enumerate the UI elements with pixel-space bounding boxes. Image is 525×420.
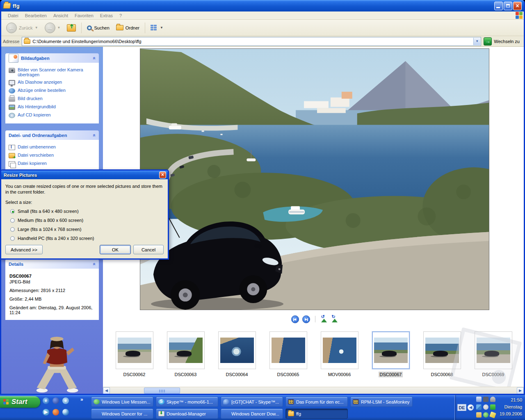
advanced-button[interactable]: Advanced >>	[5, 245, 43, 254]
tray-clock[interactable]: 21:50 Dienstag 19.09.2006	[500, 397, 522, 418]
controls-separator	[315, 316, 315, 322]
details-filetype: JPEG-Bild	[9, 279, 96, 284]
opera-icon[interactable]	[52, 409, 59, 415]
task-order-prints[interactable]: Abzüge online bestellen	[8, 87, 96, 95]
scroll-right-button[interactable]: ▶	[517, 387, 524, 394]
menu-extras[interactable]: Extras	[97, 12, 116, 19]
menu-bearbeiten[interactable]: Bearbeiten	[22, 12, 50, 19]
language-indicator[interactable]: DE	[457, 404, 466, 411]
radio-large[interactable]: Large (fits a 1024 x 768 screen)	[10, 227, 164, 232]
scroll-left-button[interactable]: ◀	[103, 387, 110, 394]
cancel-button[interactable]: Cancel	[133, 245, 164, 254]
thumbnail-dsc00063[interactable]: DSC00063	[160, 331, 211, 385]
rotate-counterclockwise-button[interactable]: ↺	[320, 316, 328, 322]
back-button[interactable]: ← Zurück ▼	[4, 21, 41, 35]
browser-icon[interactable]: e	[62, 397, 69, 404]
tray-user-icon[interactable]	[490, 397, 495, 402]
tray-crystal-icon[interactable]	[489, 411, 496, 418]
title-bar[interactable]: ffg ×	[1, 0, 524, 11]
taskbar-button-download-manager[interactable]: Download-Manager	[156, 409, 218, 419]
quick-launch-overflow-icon[interactable]: »	[80, 397, 83, 402]
taskbar-button-ffg-active[interactable]: ffg	[285, 409, 348, 419]
start-button[interactable]: Start	[0, 396, 40, 408]
go-arrow-icon: →	[484, 37, 492, 46]
tray-headphones-icon[interactable]	[483, 397, 488, 402]
task-copy-to-cd[interactable]: Auf CD kopieren	[8, 111, 96, 119]
radio-handheld[interactable]: Handheld PC (fits a 240 x 320 screen)	[10, 236, 164, 241]
taskbar-button-cgt-chat[interactable]: [cGT]CHAT - Skype™...	[221, 397, 283, 407]
dialog-title: Resize Pictures	[4, 173, 159, 178]
wallpaper-icon	[9, 105, 15, 110]
details-body: DSC00067 JPEG-Bild Abmessungen: 2816 x 2…	[5, 269, 99, 320]
tray-status-icon[interactable]	[483, 404, 488, 410]
views-button[interactable]: ▼	[148, 23, 166, 33]
forward-button[interactable]: → ▼	[42, 21, 63, 35]
taskbar-button-messenger[interactable]: Windows Live Messen...	[91, 397, 153, 407]
menu-favoriten[interactable]: Favoriten	[71, 12, 97, 19]
details-header[interactable]: Details »	[5, 259, 99, 269]
close-button[interactable]: ×	[513, 2, 522, 10]
tray-skype-call-icon[interactable]	[490, 404, 495, 410]
scrollbar-thumb[interactable]	[144, 388, 180, 394]
task-set-wallpaper[interactable]: Als Hintergrundbild	[8, 103, 96, 111]
taskbar-button-dancer2[interactable]: Windows Dancer Dow...	[221, 409, 283, 419]
media-player-icon[interactable]: ▶	[43, 409, 49, 415]
radio-small[interactable]: Small (fits a 640 x 480 screen)	[10, 209, 164, 214]
horizontal-scrollbar[interactable]: ◀ ▶	[103, 387, 524, 394]
search-button[interactable]: Suchen	[84, 24, 112, 32]
dialog-close-button[interactable]: ×	[159, 171, 166, 178]
task-move-file[interactable]: Datei verschieben	[8, 151, 96, 160]
internet-explorer-icon[interactable]: e	[43, 397, 49, 404]
globe-icon[interactable]	[62, 409, 69, 415]
dancer-figure	[23, 336, 90, 393]
taskbar-button-seamonkey[interactable]: RPM-LSM - SeaMonkey	[350, 397, 413, 407]
details-dimensions: Abmessungen: 2816 x 2112	[9, 288, 96, 293]
address-combobox[interactable]: C:\Dokumente und Einstellungen\momo66\De…	[22, 37, 481, 46]
tray-folder-icon[interactable]	[476, 412, 482, 418]
rotate-clockwise-button[interactable]: ↻	[331, 316, 338, 322]
ok-button[interactable]: OK	[100, 245, 131, 254]
details-filename: DSC00067	[9, 274, 96, 278]
taskbar-button-forum[interactable]: Das Forum für den ec...	[285, 397, 348, 407]
window-title: ffg	[13, 3, 493, 9]
menu-datei[interactable]: Datei	[5, 12, 22, 19]
task-slideshow[interactable]: Als Diashow anzeigen	[8, 78, 96, 87]
picture-tasks-body: Bilder von Scanner oder Kamera übertrage…	[5, 63, 99, 123]
go-button[interactable]: → Wechseln zu	[484, 37, 522, 46]
picture-tasks-header[interactable]: Bildaufgaben »	[5, 53, 99, 63]
task-scanner-camera[interactable]: Bilder von Scanner oder Kamera übertrage…	[8, 66, 96, 78]
tray-dancer-icon[interactable]	[476, 397, 482, 402]
task-copy-file[interactable]: Datei kopieren	[8, 160, 96, 168]
tray-messenger-icon[interactable]	[483, 412, 488, 418]
clock-day: Dienstag	[500, 404, 522, 411]
radio-medium[interactable]: Medium (fits a 800 x 600 screen)	[10, 218, 164, 223]
thumbnail-dsc00067-selected[interactable]: DSC00067	[365, 331, 416, 385]
file-tasks-header[interactable]: Datei- und Ordneraufgaben »	[5, 130, 99, 140]
address-folder-icon	[24, 39, 30, 44]
folders-button[interactable]: Ordner	[114, 23, 142, 32]
thumbnail-dsc00064[interactable]: DSC00064	[211, 331, 262, 385]
views-icon	[151, 25, 158, 31]
taskbar-button-skype[interactable]: Skype™ - momo66-1...	[156, 397, 218, 407]
previous-image-button[interactable]: ◀	[291, 315, 299, 323]
thumbnail-dsc00065[interactable]: DSC00065	[262, 331, 314, 385]
hide-tray-icons-button[interactable]: ◀	[468, 404, 474, 411]
dialog-title-bar[interactable]: Resize Pictures ×	[1, 171, 168, 179]
up-button[interactable]	[64, 23, 78, 33]
minimize-button[interactable]	[494, 2, 503, 10]
tray-network-icon[interactable]	[476, 404, 482, 410]
taskbar-button-dancer1[interactable]: Windows Dancer for ...	[91, 409, 153, 419]
thumbnail-mov00066[interactable]: MOV00066	[314, 331, 365, 385]
menu-ansicht[interactable]: Ansicht	[50, 12, 71, 19]
address-dropdown-button[interactable]: ▼	[473, 38, 480, 45]
forward-icon: →	[45, 23, 55, 33]
restore-button[interactable]	[504, 2, 512, 10]
thumbnail-dsc00062[interactable]: DSC00062	[109, 331, 160, 385]
task-print-picture[interactable]: Bild drucken	[8, 95, 96, 103]
task-rename-file[interactable]: Datei umbenennen	[8, 143, 96, 151]
radio-button-icon	[10, 218, 15, 223]
slideshow-icon	[9, 80, 15, 85]
messenger-icon[interactable]	[52, 397, 59, 404]
menu-help[interactable]: ?	[116, 12, 125, 19]
next-image-button[interactable]: ▶	[302, 315, 310, 323]
